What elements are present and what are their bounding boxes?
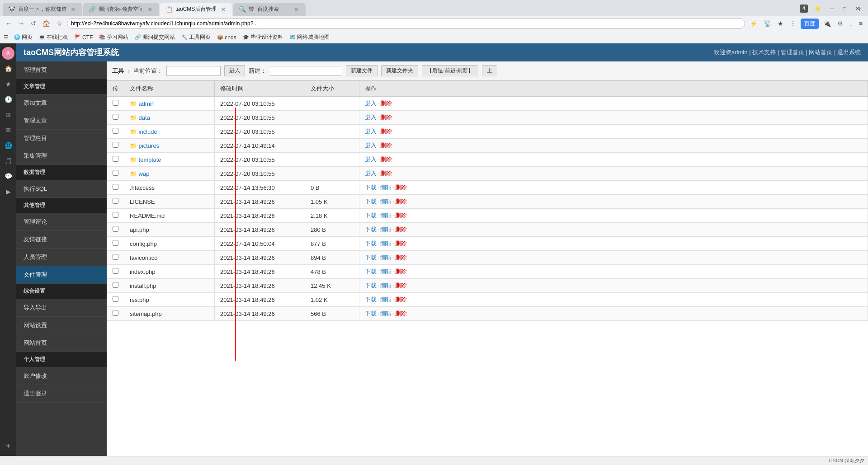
music-sidebar-icon[interactable]: 🎵 [2, 155, 14, 167]
sidebar-item-8[interactable]: 其他管理 [16, 198, 107, 213]
file-checkbox[interactable] [113, 142, 118, 148]
op-编辑-link[interactable]: 编辑 [380, 254, 392, 261]
sidebar-item-13[interactable]: 综合设置 [16, 284, 107, 299]
sidebar-item-19[interactable]: 退出登录 [16, 385, 107, 403]
op-进入-link[interactable]: 进入 [365, 100, 377, 107]
bookmarks-sidebar-icon[interactable]: ★ [2, 78, 14, 90]
bookmark-网络威胁地图[interactable]: 🗺️网络威胁地图 [287, 33, 332, 42]
admin-home-link[interactable]: 管理首页 [781, 49, 804, 56]
op-下载-link[interactable]: 下载 [365, 198, 377, 205]
op-进入-link[interactable]: 进入 [365, 114, 377, 121]
op-编辑-link[interactable]: 编辑 [380, 268, 392, 275]
op-编辑-link[interactable]: 编辑 [380, 240, 392, 247]
sidebar-item-10[interactable]: 友情链接 [16, 231, 107, 249]
op-delete-link[interactable]: 删除 [395, 198, 407, 205]
dir-name-link[interactable]: 📁 pictures [130, 142, 159, 149]
bookmark-漏洞提交网站[interactable]: 🔗漏洞提交网站 [132, 33, 178, 42]
file-checkbox[interactable] [113, 184, 118, 190]
download-button[interactable]: ↓ [848, 19, 854, 28]
op-下载-link[interactable]: 下载 [365, 212, 377, 219]
op-delete-link[interactable]: 删除 [395, 296, 407, 303]
sidebar-item-4[interactable]: 管理栏目 [16, 130, 107, 147]
home-button[interactable]: 🏠 [41, 19, 52, 28]
browser-tab-tab1[interactable]: 🐼 百度一下，你就知道 ✕ [3, 3, 82, 16]
op-编辑-link[interactable]: 编辑 [380, 212, 392, 219]
location-input[interactable] [166, 66, 221, 76]
op-delete-link[interactable]: 删除 [395, 240, 407, 247]
browser-tab-tab2[interactable]: 🔗 漏洞靶标-免费空间 ✕ [83, 3, 159, 16]
minimize-button[interactable]: ─ [827, 5, 837, 13]
file-checkbox[interactable] [113, 114, 118, 120]
home-sidebar-icon[interactable]: 🏠 [2, 62, 14, 75]
menu-button[interactable]: ⋮ [788, 19, 798, 28]
op-delete-link[interactable]: 删除 [395, 310, 407, 317]
sidebar-item-0[interactable]: 管理首页 [16, 61, 107, 79]
dir-name-link[interactable]: 📁 include [130, 128, 157, 135]
op-delete-link[interactable]: 删除 [395, 268, 407, 275]
extensions-button[interactable]: 🔌 [821, 19, 833, 28]
op-delete-link[interactable]: 删除 [395, 184, 407, 191]
close-button[interactable]: ✕ [853, 5, 863, 13]
op-编辑-link[interactable]: 编辑 [380, 296, 392, 303]
sidebar-item-3[interactable]: 管理文章 [16, 112, 107, 130]
file-checkbox[interactable] [113, 310, 118, 316]
op-编辑-link[interactable]: 编辑 [380, 226, 392, 233]
tab-close-button[interactable]: ✕ [293, 6, 300, 13]
op-delete-link[interactable]: 删除 [380, 170, 392, 177]
up-button[interactable]: 上 [482, 65, 497, 76]
op-编辑-link[interactable]: 编辑 [380, 198, 392, 205]
dir-name-link[interactable]: 📁 admin [130, 100, 155, 107]
op-delete-link[interactable]: 删除 [395, 212, 407, 219]
sidebar-item-7[interactable]: 执行SQL [16, 180, 107, 198]
more-button[interactable]: ≡ [857, 19, 864, 28]
file-checkbox[interactable] [113, 100, 118, 106]
social-sidebar-icon[interactable]: 💬 [2, 170, 14, 183]
sidebar-toggle[interactable]: ☰ [4, 34, 9, 41]
op-delete-link[interactable]: 删除 [380, 156, 392, 163]
nav-button[interactable]: 【后退·前进·刷新】 [422, 65, 478, 76]
enter-button[interactable]: 进入 [224, 65, 245, 76]
bookmark-学习网站[interactable]: 📚学习网站 [96, 33, 131, 42]
avatar-icon[interactable]: 头 [2, 47, 14, 60]
apps-sidebar-icon[interactable]: ⊞ [2, 108, 14, 121]
bookmark-工具网页[interactable]: 🔧工具网页 [179, 33, 213, 42]
op-下载-link[interactable]: 下载 [365, 296, 377, 303]
bookmark-在线把机[interactable]: 💻在线把机 [36, 33, 71, 42]
op-下载-link[interactable]: 下载 [365, 254, 377, 261]
op-编辑-link[interactable]: 编辑 [380, 310, 392, 317]
op-进入-link[interactable]: 进入 [365, 128, 377, 135]
op-delete-link[interactable]: 删除 [395, 254, 407, 261]
sidebar-item-12[interactable]: 文件管理 [16, 266, 107, 284]
sidebar-item-6[interactable]: 数据管理 [16, 165, 107, 180]
forward-button[interactable]: → [16, 19, 26, 28]
tech-support-link[interactable]: 技术支持 [752, 49, 776, 56]
new-folder-button[interactable]: 新建文件夹 [381, 65, 418, 76]
maximize-button[interactable]: □ [840, 5, 849, 13]
new-file-button[interactable]: 新建文件 [346, 65, 377, 76]
cast-button[interactable]: 📡 [762, 19, 773, 28]
op-下载-link[interactable]: 下载 [365, 310, 377, 317]
history-sidebar-icon[interactable]: 🕐 [2, 93, 14, 106]
reload-button[interactable]: ↺ [29, 19, 38, 28]
tab-close-button[interactable]: ✕ [220, 6, 227, 13]
op-进入-link[interactable]: 进入 [365, 156, 377, 163]
op-编辑-link[interactable]: 编辑 [380, 184, 392, 191]
op-下载-link[interactable]: 下载 [365, 268, 377, 275]
op-delete-link[interactable]: 删除 [395, 282, 407, 289]
op-delete-link[interactable]: 删除 [380, 142, 392, 149]
op-进入-link[interactable]: 进入 [365, 142, 377, 149]
browser-tab-tab3[interactable]: 📋 taoCMS后台管理 ✕ [160, 3, 232, 16]
tab-close-button[interactable]: ✕ [146, 6, 154, 13]
settings-button[interactable]: ⚙ [835, 19, 845, 28]
file-checkbox[interactable] [113, 268, 118, 274]
sidebar-item-14[interactable]: 导入导出 [16, 299, 107, 317]
op-下载-link[interactable]: 下载 [365, 226, 377, 233]
browser-tab-tab4[interactable]: 🔍 转_百度搜索 ✕ [233, 3, 306, 16]
file-checkbox[interactable] [113, 282, 118, 288]
file-checkbox[interactable] [113, 226, 118, 232]
new-name-input[interactable] [270, 66, 342, 76]
bookmark-CTF[interactable]: 🚩CTF [72, 33, 95, 42]
file-checkbox[interactable] [113, 240, 118, 246]
bookmark-网页[interactable]: 🌐网页 [11, 33, 35, 42]
op-下载-link[interactable]: 下载 [365, 282, 377, 289]
